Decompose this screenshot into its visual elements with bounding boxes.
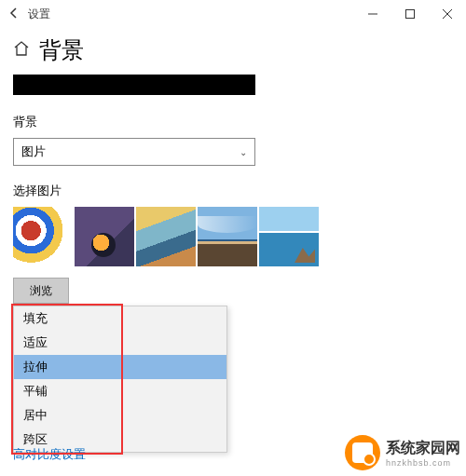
preview-bar (13, 75, 255, 95)
close-icon (443, 9, 452, 19)
fit-option[interactable]: 平铺 (14, 379, 226, 403)
fit-option[interactable]: 填充 (14, 306, 226, 331)
fit-dropdown-open: 填充适应拉伸平铺居中跨区 (13, 306, 227, 453)
chevron-down-icon: ⌄ (240, 147, 247, 157)
picture-thumb[interactable] (13, 207, 73, 266)
maximize-button[interactable] (391, 0, 429, 28)
fit-option[interactable]: 适应 (14, 331, 226, 355)
watermark-sub: hnzkhbsb.com (386, 458, 460, 468)
background-type-select[interactable]: 图片 ⌄ (13, 138, 255, 166)
picture-section: 选择图片 浏览 (0, 183, 466, 304)
picture-thumb[interactable] (136, 207, 196, 266)
picture-thumb[interactable] (198, 207, 257, 266)
page-header: 背景 (0, 28, 466, 75)
fit-option[interactable]: 拉伸 (14, 355, 226, 379)
titlebar: 设置 (0, 0, 466, 28)
maximize-icon (405, 9, 415, 19)
window-title: 设置 (28, 7, 50, 22)
minimize-icon (368, 9, 377, 19)
picture-thumb[interactable] (259, 207, 319, 266)
close-button[interactable] (429, 0, 466, 28)
minimize-button[interactable] (354, 0, 391, 28)
home-icon[interactable] (13, 40, 30, 61)
arrow-left-icon (7, 7, 21, 20)
background-label: 背景 (13, 114, 453, 130)
browse-label: 浏览 (30, 283, 52, 299)
fit-option[interactable]: 居中 (14, 403, 226, 428)
svg-rect-1 (406, 10, 415, 19)
watermark: 系统家园网 hnzkhbsb.com (345, 435, 460, 470)
browse-button[interactable]: 浏览 (13, 278, 69, 304)
page-title: 背景 (39, 35, 84, 65)
back-button[interactable] (0, 7, 28, 22)
watermark-brand: 系统家园网 (386, 439, 460, 458)
watermark-logo-icon (345, 435, 380, 470)
high-contrast-link[interactable]: 高对比度设置 (13, 446, 86, 463)
background-section: 背景 图片 ⌄ (0, 114, 466, 166)
picture-thumb[interactable] (75, 207, 134, 266)
fit-dropdown-list: 填充适应拉伸平铺居中跨区 (13, 306, 227, 453)
choose-picture-label: 选择图片 (13, 183, 453, 199)
background-type-value: 图片 (21, 143, 46, 160)
picture-thumbnails (13, 207, 453, 266)
